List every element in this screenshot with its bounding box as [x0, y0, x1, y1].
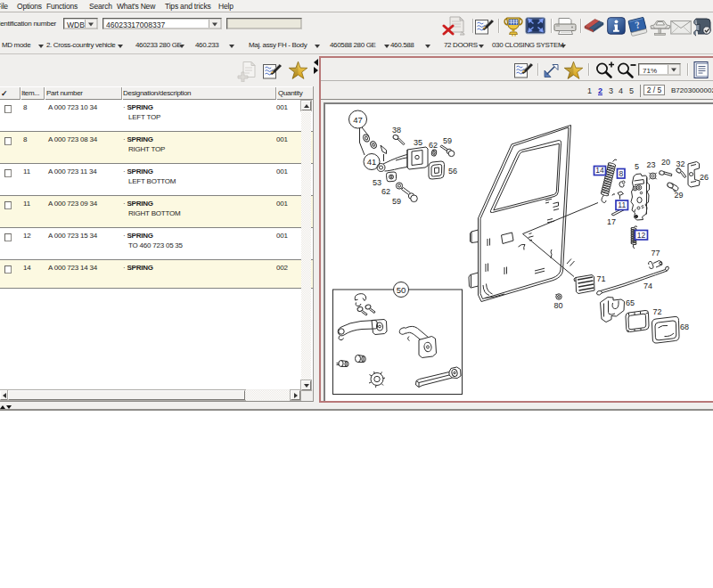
svg-text:74: 74 [643, 282, 652, 290]
svg-text:68: 68 [680, 323, 689, 331]
svg-text:35: 35 [414, 138, 422, 147]
svg-text:20: 20 [661, 158, 670, 167]
svg-text:26: 26 [700, 173, 709, 182]
svg-text:12: 12 [637, 231, 646, 240]
svg-text:71: 71 [597, 274, 606, 283]
svg-text:62: 62 [429, 141, 438, 150]
svg-text:11: 11 [618, 200, 626, 209]
svg-text:62: 62 [381, 187, 390, 196]
svg-text:23: 23 [647, 160, 656, 169]
svg-text:5: 5 [635, 162, 639, 171]
svg-text:17: 17 [607, 217, 616, 226]
svg-text:8: 8 [619, 169, 623, 178]
svg-text:50: 50 [397, 285, 406, 295]
svg-text:47: 47 [353, 115, 363, 125]
svg-text:65: 65 [626, 298, 635, 307]
svg-text:80: 80 [554, 301, 563, 310]
svg-text:59: 59 [443, 136, 452, 145]
svg-text:41: 41 [367, 157, 377, 167]
svg-text:29: 29 [675, 191, 684, 200]
svg-text:77: 77 [652, 249, 660, 257]
svg-text:72: 72 [653, 307, 662, 316]
svg-text:56: 56 [448, 167, 457, 176]
svg-text:53: 53 [373, 178, 381, 187]
svg-text:32: 32 [676, 159, 685, 168]
svg-text:59: 59 [392, 197, 401, 206]
svg-text:38: 38 [392, 126, 401, 135]
svg-text:14: 14 [595, 166, 604, 175]
